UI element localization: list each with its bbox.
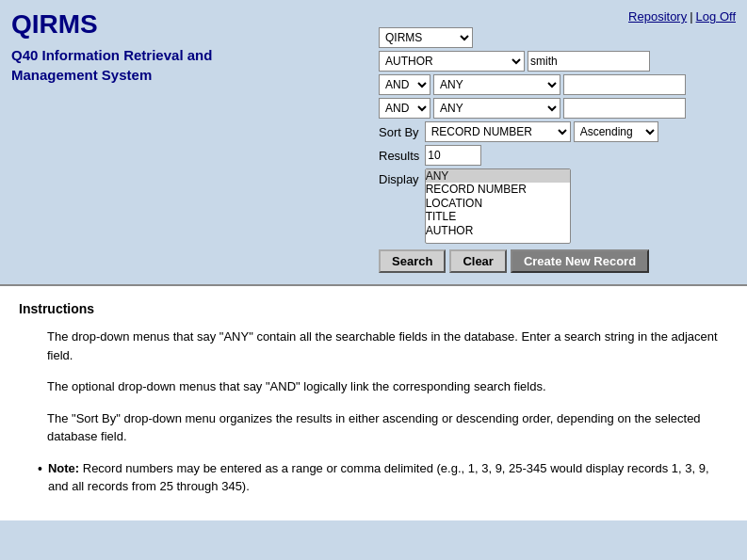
row3-logic-select[interactable]: AND OR NOT	[379, 98, 430, 119]
top-links: Repository | Log Off	[379, 9, 736, 24]
results-row: Results	[379, 145, 736, 166]
repository-link[interactable]: Repository	[628, 9, 687, 24]
row2-search: AND OR NOT ANY RECORD NUMBER LOCATION TI…	[379, 74, 736, 95]
instruction-text-1: The drop-down menus that say "ANY" conta…	[47, 329, 718, 362]
instruction-text-3: The "Sort By" drop-down menu organizes t…	[47, 411, 701, 444]
right-panel: Repository | Log Off QIRMS AUTHOR ANY RE…	[379, 9, 736, 273]
note-content: Note: Record numbers may be entered as a…	[48, 459, 728, 496]
buttons-row: Search Clear Create New Record	[379, 249, 736, 273]
sort-field-select[interactable]: RECORD NUMBER TITLE AUTHOR DATE	[425, 121, 571, 142]
instructions-title: Instructions	[19, 301, 728, 316]
sort-order-select[interactable]: Ascending Descending	[574, 121, 658, 142]
display-label: Display	[379, 168, 419, 186]
left-panel: QIRMS Q40 Information Retrieval and Mana…	[11, 9, 379, 85]
author-search-input[interactable]	[528, 51, 650, 72]
display-listbox[interactable]: ANY RECORD NUMBER LOCATION TITLE AUTHOR	[425, 168, 571, 244]
logout-link[interactable]: Log Off	[696, 9, 736, 24]
note-text: Record numbers may be entered as a range…	[48, 461, 709, 494]
sort-by-label: Sort By	[379, 125, 419, 139]
display-row: Display ANY RECORD NUMBER LOCATION TITLE…	[379, 168, 736, 244]
row3-search: AND OR NOT ANY RECORD NUMBER LOCATION TI…	[379, 98, 736, 119]
instruction-note: • Note: Record numbers may be entered as…	[38, 459, 728, 496]
app-title: QIRMS	[11, 9, 379, 40]
display-listbox-container: ANY RECORD NUMBER LOCATION TITLE AUTHOR	[425, 168, 571, 244]
row3-field-select[interactable]: ANY RECORD NUMBER LOCATION TITLE AUTHOR	[433, 98, 560, 119]
sort-row: Sort By RECORD NUMBER TITLE AUTHOR DATE …	[379, 121, 736, 142]
clear-button[interactable]: Clear	[449, 249, 507, 273]
instruction-text-2: The optional drop-down menus that say "A…	[47, 379, 546, 393]
nav-separator: |	[690, 9, 692, 24]
instruction-para-1: The drop-down menus that say "ANY" conta…	[47, 328, 728, 364]
instruction-para-2: The optional drop-down menus that say "A…	[47, 377, 728, 396]
create-record-button[interactable]: Create New Record	[511, 249, 649, 273]
results-input[interactable]	[425, 145, 481, 166]
app-subtitle: Q40 Information Retrieval and Management…	[11, 45, 256, 85]
results-label: Results	[379, 149, 419, 163]
instruction-para-3: The "Sort By" drop-down menu organizes t…	[47, 409, 728, 446]
search-button[interactable]: Search	[379, 249, 446, 273]
note-label: Note:	[48, 461, 79, 475]
row3-search-input[interactable]	[563, 98, 686, 119]
db-select[interactable]: QIRMS	[379, 27, 473, 48]
row2-search-input[interactable]	[563, 74, 686, 95]
top-section: QIRMS Q40 Information Retrieval and Mana…	[0, 0, 747, 286]
row2-field-select[interactable]: ANY RECORD NUMBER LOCATION TITLE AUTHOR	[433, 74, 560, 95]
db-row: QIRMS	[379, 27, 736, 48]
instructions-section: Instructions The drop-down menus that sa…	[0, 286, 747, 520]
author-field-select[interactable]: AUTHOR ANY RECORD NUMBER LOCATION TITLE …	[379, 51, 525, 72]
row2-logic-select[interactable]: AND OR NOT	[379, 74, 430, 95]
bullet-icon: •	[38, 459, 42, 479]
author-row: AUTHOR ANY RECORD NUMBER LOCATION TITLE …	[379, 51, 736, 72]
